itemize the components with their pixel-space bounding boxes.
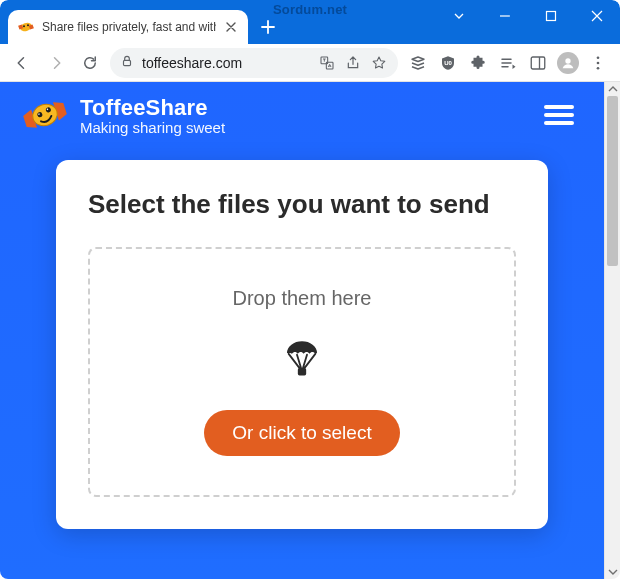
svg-point-3 [23,25,25,27]
scrollbar-down-icon[interactable] [605,565,620,579]
svg-rect-5 [547,12,556,21]
site-logo-icon [22,92,68,138]
svg-rect-21 [544,113,574,117]
window-minimize-button[interactable] [482,0,528,32]
tab-title: Share files privately, fast and with [42,20,216,34]
site-header: ToffeeShare Making sharing sweet [0,82,604,138]
brand-tagline: Making sharing sweet [80,119,225,136]
browser-tab[interactable]: Share files privately, fast and with [8,10,248,44]
browser-viewport: ToffeeShare Making sharing sweet Select … [0,82,620,579]
address-bar[interactable]: toffeeshare.com [110,48,398,78]
svg-point-12 [597,56,600,59]
window-maximize-button[interactable] [528,0,574,32]
svg-rect-20 [544,105,574,109]
site-menu-button[interactable] [536,95,582,135]
drop-hint-text: Drop them here [233,287,372,310]
svg-point-13 [597,61,600,64]
extension-ublock-icon[interactable]: U0 [434,49,462,77]
extension-area: U0 [404,49,612,77]
brand-block: ToffeeShare Making sharing sweet [80,95,225,136]
tab-favicon [18,19,34,35]
svg-rect-6 [124,60,131,65]
nav-back-button[interactable] [8,49,36,77]
translate-icon[interactable] [318,54,336,72]
upload-card: Select the files you want to send Drop t… [56,160,548,529]
file-dropzone[interactable]: Drop them here Or click to select [88,247,516,497]
media-control-icon[interactable] [494,49,522,77]
window-titlebar: Sordum.net Share files privately, fast a… [0,0,620,44]
browser-toolbar: toffeeshare.com U0 [0,44,620,82]
svg-rect-23 [298,368,306,376]
page-content: ToffeeShare Making sharing sweet Select … [0,82,604,579]
vertical-scrollbar[interactable] [604,82,620,579]
card-heading: Select the files you want to send [88,188,516,221]
nav-reload-button[interactable] [76,49,104,77]
window-chevron-icon[interactable] [436,0,482,32]
profile-avatar[interactable] [554,49,582,77]
share-icon[interactable] [344,54,362,72]
parachute-icon [282,338,322,382]
extension-buffer-icon[interactable] [404,49,432,77]
svg-point-14 [597,66,600,69]
tab-close-icon[interactable] [224,20,238,34]
extensions-puzzle-icon[interactable] [464,49,492,77]
side-panel-icon[interactable] [524,49,552,77]
svg-rect-10 [531,57,545,69]
select-files-button[interactable]: Or click to select [204,410,399,456]
new-tab-button[interactable] [254,13,282,41]
scrollbar-thumb[interactable] [607,96,618,266]
nav-forward-button[interactable] [42,49,70,77]
svg-text:U0: U0 [444,60,452,66]
svg-rect-22 [544,121,574,125]
brand-name: ToffeeShare [80,95,225,121]
browser-menu-button[interactable] [584,49,612,77]
address-url: toffeeshare.com [142,55,310,71]
window-close-button[interactable] [574,0,620,32]
scrollbar-up-icon[interactable] [605,82,620,96]
lock-icon [120,54,134,71]
svg-point-4 [27,24,29,26]
window-controls [436,0,620,32]
svg-point-11 [565,58,570,63]
bookmark-star-icon[interactable] [370,54,388,72]
